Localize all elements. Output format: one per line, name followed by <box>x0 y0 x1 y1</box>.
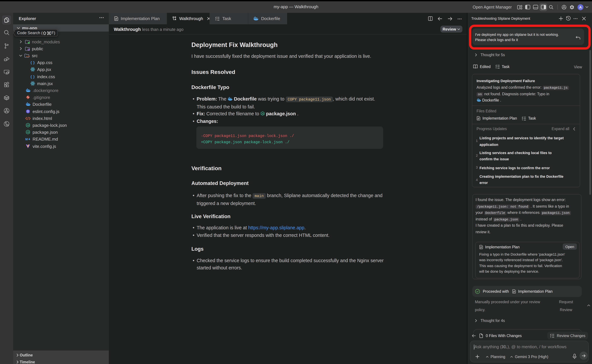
svg-text:JS: JS <box>27 124 29 126</box>
svg-text:JS: JS <box>261 112 264 115</box>
svg-text:{ }: { } <box>30 75 35 78</box>
svg-text:{ }: { } <box>30 61 35 64</box>
svg-text:M: M <box>25 137 28 141</box>
svg-text:JS: JS <box>27 131 29 133</box>
svg-text:</>: </> <box>26 55 30 58</box>
